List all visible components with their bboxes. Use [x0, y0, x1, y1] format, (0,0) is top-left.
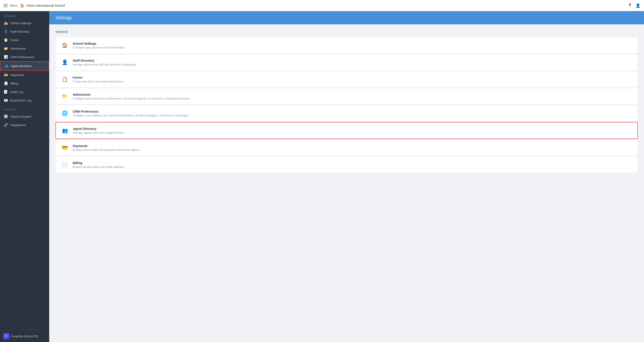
card-school-settings[interactable]: 🏠 School Settings Configure your general… [56, 37, 638, 54]
sidebar-item-label: Audit Log [10, 90, 23, 94]
sidebar-item-school-settings[interactable]: 🏫 School Settings › [0, 19, 49, 27]
card-crm-desc: Configure your Mailing Lists, Internal N… [73, 114, 630, 117]
integrations-icon: 🔗 [4, 123, 8, 127]
sidebar-item-label: Email Error Log [10, 99, 31, 102]
sidebar-item-label: Billing [10, 82, 18, 85]
sidebar-item-staff-directory[interactable]: 👤 Staff Directory › [0, 27, 49, 36]
card-payments-title: Payments [73, 144, 630, 148]
sidebar-item-forms[interactable]: 📋 Forms [0, 36, 49, 44]
billing-icon: 🧾 [4, 81, 8, 85]
card-school-settings-icon: 🏠 [60, 41, 69, 50]
faria-logo: F [3, 333, 10, 339]
sidebar-item-agent-directory[interactable]: 👥 Agent Directory [0, 61, 49, 71]
card-staff-directory[interactable]: 👤 Staff Directory Manage admissions staf… [56, 54, 638, 71]
sidebar-item-import-export[interactable]: ⬆️ Import & Export › [0, 112, 49, 121]
faria-os-label: FariaOne School OS [11, 335, 38, 338]
card-billing[interactable]: 📄 Billing Browse service plans and make … [56, 156, 638, 173]
layout: General 🏫 School Settings › 👤 Staff Dire… [0, 11, 644, 342]
card-payments[interactable]: 💳 Payments Enable online credit card pay… [56, 139, 638, 156]
card-chevron-icon: › [632, 146, 633, 150]
card-chevron-icon: › [632, 129, 633, 132]
settings-title: Settings [56, 15, 72, 20]
email-error-log-icon: 📧 [4, 98, 8, 102]
card-chevron-icon: › [632, 163, 633, 167]
sidebar-item-billing[interactable]: 🧾 Billing [0, 79, 49, 88]
menu-label: Menu [10, 4, 18, 7]
card-school-settings-text: School Settings Configure your general s… [73, 42, 630, 49]
staff-directory-icon: 👤 [4, 29, 8, 33]
card-agent-desc: Manage agents and view assigned roster [73, 131, 630, 134]
card-admissions-text: Admissions Configure your Admissions pre… [73, 93, 630, 100]
school-name: Faria International School [27, 3, 65, 7]
chevron-icon: › [45, 47, 46, 50]
card-school-settings-desc: Configure your general school informatio… [73, 46, 630, 49]
card-billing-desc: Browse service plans and make payment [73, 165, 630, 169]
sidebar-item-label: Agent Directory [11, 64, 32, 68]
sidebar-item-integrations[interactable]: 🔗 Integrations [0, 121, 49, 129]
card-crm-preferences[interactable]: 🌐 CRM Preferences Configure your Mailing… [56, 105, 638, 122]
card-school-settings-title: School Settings [73, 42, 630, 45]
sidebar-item-admissions[interactable]: 📁 Admissions › [0, 44, 49, 53]
settings-header: Settings [49, 11, 644, 24]
crm-preferences-icon: 📊 [4, 55, 8, 59]
card-crm-title: CRM Preferences [73, 110, 630, 113]
user-avatar-icon[interactable]: 👤 [636, 3, 640, 8]
card-forms-text: Forms Create new forms and edit existing… [73, 76, 630, 83]
chevron-icon: › [45, 115, 46, 118]
sidebar-item-label: Payments [10, 73, 24, 77]
agent-directory-icon: 👥 [4, 64, 8, 68]
card-chevron-icon: › [632, 94, 633, 98]
card-chevron-icon: › [632, 60, 633, 64]
card-payments-text: Payments Enable online credit card payme… [73, 144, 630, 152]
sidebar-general-label: General [0, 11, 49, 19]
card-forms-desc: Create new forms and edit existing forms [73, 80, 630, 83]
home-icon: 🏠 [20, 3, 24, 7]
card-payments-icon: 💳 [60, 143, 69, 152]
card-agent-text: Agent Directory Manage agents and view a… [73, 127, 630, 134]
card-admissions-title: Admissions [73, 93, 630, 96]
card-forms[interactable]: 📋 Forms Create new forms and edit existi… [56, 71, 638, 88]
school-settings-icon: 🏫 [4, 21, 8, 25]
card-admissions-desc: Configure your Admissions preferences, e… [73, 97, 630, 100]
topnav-right: 📍 👤 [628, 3, 640, 8]
settings-body: General 🏠 School Settings Configure your… [49, 24, 644, 179]
sidebar-item-label: Import & Export [10, 115, 31, 118]
card-billing-text: Billing Browse service plans and make pa… [73, 161, 630, 169]
card-payments-desc: Enable online credit card payment and in… [73, 148, 630, 152]
payments-icon: 💳 [4, 73, 8, 77]
admissions-icon: 📁 [4, 46, 8, 50]
sidebar-item-label: Staff Directory [10, 30, 29, 33]
card-chevron-icon: › [632, 77, 633, 81]
card-agent-icon: 👥 [60, 126, 69, 135]
sidebar-bottom: F FariaOne School OS [0, 330, 49, 342]
card-staff-directory-icon: 👤 [60, 58, 69, 67]
card-crm-icon: 🌐 [60, 109, 69, 118]
sidebar-item-label: CRM Preferences [10, 55, 34, 59]
sidebar-item-payments[interactable]: 💳 Payments [0, 71, 49, 79]
sidebar-item-audit-log[interactable]: 📝 Audit Log [0, 88, 49, 96]
card-admissions[interactable]: 📁 Admissions Configure your Admissions p… [56, 88, 638, 105]
card-agent-title: Agent Directory [73, 127, 630, 131]
section-title: General [56, 30, 638, 33]
sidebar-account-label: Account [0, 105, 49, 112]
card-forms-title: Forms [73, 76, 630, 79]
sidebar-item-email-error-log[interactable]: 📧 Email Error Log [0, 96, 49, 105]
chevron-icon: › [45, 22, 46, 24]
sidebar-item-crm-preferences[interactable]: 📊 CRM Preferences › [0, 53, 49, 61]
card-staff-directory-title: Staff Directory [73, 59, 630, 62]
location-icon[interactable]: 📍 [628, 3, 632, 8]
card-forms-icon: 📋 [60, 75, 69, 84]
import-export-icon: ⬆️ [4, 114, 8, 118]
faria-logo-text: F [5, 335, 7, 338]
card-chevron-icon: › [632, 43, 633, 47]
card-staff-directory-text: Staff Directory Manage admissions staff … [73, 59, 630, 66]
card-billing-icon: 📄 [60, 160, 69, 169]
card-chevron-icon: › [632, 111, 633, 115]
menu-button[interactable] [4, 4, 8, 7]
card-crm-text: CRM Preferences Configure your Mailing L… [73, 110, 630, 117]
sidebar: General 🏫 School Settings › 👤 Staff Dire… [0, 11, 49, 342]
sidebar-item-label: Forms [10, 38, 19, 42]
sidebar-item-label: Integrations [10, 123, 26, 127]
card-agent-directory[interactable]: 👥 Agent Directory Manage agents and view… [56, 122, 638, 139]
main-content: Settings General 🏠 School Settings Confi… [49, 11, 644, 342]
